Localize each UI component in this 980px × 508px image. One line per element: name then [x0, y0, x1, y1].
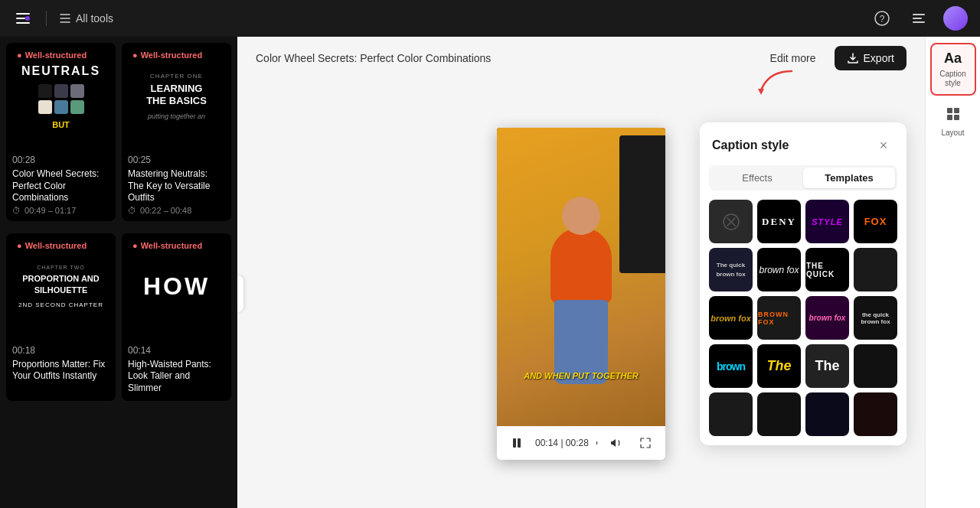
template-empty3[interactable] [854, 344, 897, 388]
template-row5c[interactable] [805, 392, 849, 436]
card-title-2: Mastering Neutrals: The Key to Versatile… [128, 168, 225, 204]
svg-rect-13 [954, 115, 959, 120]
video-sidebar: NEUTRALS BUT ● Well-str [0, 37, 237, 508]
template-row5b[interactable] [757, 392, 801, 436]
svg-rect-11 [954, 108, 959, 113]
template-brownfox2[interactable]: brown fox [709, 296, 753, 340]
caption-style-label: Caption style [935, 70, 972, 88]
sidebar-collapse-button[interactable] [237, 275, 243, 312]
svg-point-0 [25, 16, 30, 21]
main-layout: NEUTRALS BUT ● Well-str [0, 37, 980, 508]
pause-icon [511, 437, 523, 449]
template-brownfox3[interactable]: brown fox [805, 296, 849, 340]
card-info-1: 00:28 Color Wheel Secrets: Perfect Color… [6, 150, 116, 221]
template-The1[interactable]: The [757, 344, 801, 388]
content-area: Color Wheel Secrets: Perfect Color Combi… [237, 37, 925, 508]
card-duration-2: 00:25 [128, 155, 225, 165]
content-title: Color Wheel Secrets: Perfect Color Combi… [256, 52, 491, 64]
how-title: HOW [143, 272, 210, 301]
help-button[interactable]: ? [870, 6, 894, 31]
template-quickbrown[interactable]: The quick brown fox [709, 248, 753, 291]
right-sidebar: Aa Caption style Layout [925, 37, 980, 508]
template-style[interactable]: STYLE [805, 200, 849, 243]
video-controls: 00:14 | 00:28 [497, 426, 665, 460]
svg-rect-10 [947, 108, 952, 113]
header-actions: Edit more Export [761, 46, 906, 70]
head [562, 197, 600, 235]
learning-chapter: CHAPTER ONE [150, 73, 203, 80]
video-player-area: AND WHEN PUT TOGETHER 00:14 | 00:28 [237, 80, 925, 508]
svg-rect-8 [518, 438, 521, 448]
template-empty2[interactable] [854, 248, 897, 291]
template-grid: DENY STYLE FOX The quick brown fox brown… [700, 200, 906, 445]
template-brownfox1[interactable]: brown fox [757, 248, 801, 291]
template-The2[interactable]: The [805, 344, 849, 388]
shirt [550, 227, 612, 304]
video-card-1[interactable]: NEUTRALS BUT ● Well-str [6, 43, 116, 221]
export-icon [847, 52, 859, 64]
svg-rect-3 [913, 14, 925, 15]
svg-rect-4 [913, 18, 922, 19]
card-badge-4: ● Well-structured [128, 239, 207, 252]
caption-style-panel: Caption style × Effects Templates [700, 122, 906, 445]
template-fox[interactable]: FOX [854, 200, 897, 243]
layout-label: Layout [941, 129, 964, 138]
tab-templates[interactable]: Templates [803, 168, 895, 188]
proportion-title: PROPORTION ANDSILHOUETTE [22, 273, 99, 295]
card-title-4: High-Waisted Pants: Look Taller and Slim… [128, 359, 225, 395]
card-time-1: ⏱ 00:49 – 01:17 [12, 206, 109, 215]
card-title-1: Color Wheel Secrets: Perfect Color Combi… [12, 168, 109, 204]
car-door [619, 135, 665, 273]
volume-button[interactable] [606, 432, 627, 454]
learning-subtitle: putting together an [148, 112, 205, 120]
template-empty[interactable] [709, 200, 753, 243]
app-logo[interactable] [12, 8, 34, 29]
layout-grid-icon [946, 106, 961, 122]
card-badge-3: ● Well-structured [12, 239, 91, 252]
video-caption-text: AND WHEN PUT TOGETHER [524, 371, 639, 380]
card-info-2: 00:25 Mastering Neutrals: The Key to Ver… [122, 150, 231, 221]
template-row5d[interactable] [854, 392, 897, 436]
export-button[interactable]: Export [835, 46, 906, 70]
template-deny[interactable]: DENY [757, 200, 801, 243]
learning-title: LEARNINGTHE BASICS [146, 83, 207, 106]
chevron-right-icon [237, 289, 239, 298]
proportion-chapter: CHAPTER TWO [37, 265, 85, 270]
template-BROWNFOX[interactable]: BROWN FOX [757, 296, 801, 340]
current-time: 00:14 | 00:28 [535, 438, 589, 448]
video-card-4[interactable]: HOW ● Well-structured 00:14 High-Waisted… [122, 233, 231, 401]
svg-text:?: ? [880, 14, 885, 24]
play-pause-button[interactable] [506, 432, 528, 454]
nav-divider [46, 11, 47, 26]
template-row5a[interactable] [709, 392, 753, 436]
card-duration-4: 00:14 [128, 345, 225, 356]
video-timeline[interactable] [596, 441, 598, 444]
video-container: AND WHEN PUT TOGETHER 00:14 | 00:28 [497, 128, 665, 460]
card-duration-3: 00:18 [12, 345, 109, 356]
layout-icon [946, 106, 961, 125]
user-avatar[interactable] [943, 6, 968, 31]
sidebar-item-layout[interactable]: Layout [930, 99, 976, 145]
top-navigation: All tools ? [0, 0, 980, 37]
sidebar-item-caption-style[interactable]: Aa Caption style [930, 43, 976, 96]
template-thequick[interactable]: The quick [805, 248, 849, 291]
panel-close-button[interactable]: × [873, 135, 894, 156]
card-badge-2: ● Well-structured [128, 49, 207, 61]
svg-rect-12 [947, 115, 952, 120]
card-duration-1: 00:28 [12, 155, 109, 165]
timeline-progress [596, 441, 597, 444]
video-card-3[interactable]: CHAPTER TWO PROPORTION ANDSILHOUETTE 2ND… [6, 233, 116, 401]
panel-title: Caption style [712, 138, 789, 152]
tab-effects[interactable]: Effects [711, 168, 803, 188]
proportion-subtitle: 2ND SECOND CHAPTER [18, 301, 103, 308]
fullscreen-icon [639, 437, 652, 449]
template-brown[interactable]: brown [709, 344, 753, 388]
video-card-2[interactable]: CHAPTER ONE LEARNINGTHE BASICS putting t… [122, 43, 231, 221]
all-tools-button[interactable]: All tools [59, 12, 113, 24]
caption-style-icon: Aa [944, 50, 962, 67]
template-quickbrown2[interactable]: the quick brown fox [854, 296, 897, 340]
queue-button[interactable] [906, 6, 931, 31]
svg-rect-5 [913, 21, 925, 23]
fullscreen-button[interactable] [635, 432, 656, 454]
edit-more-button[interactable]: Edit more [761, 47, 825, 69]
